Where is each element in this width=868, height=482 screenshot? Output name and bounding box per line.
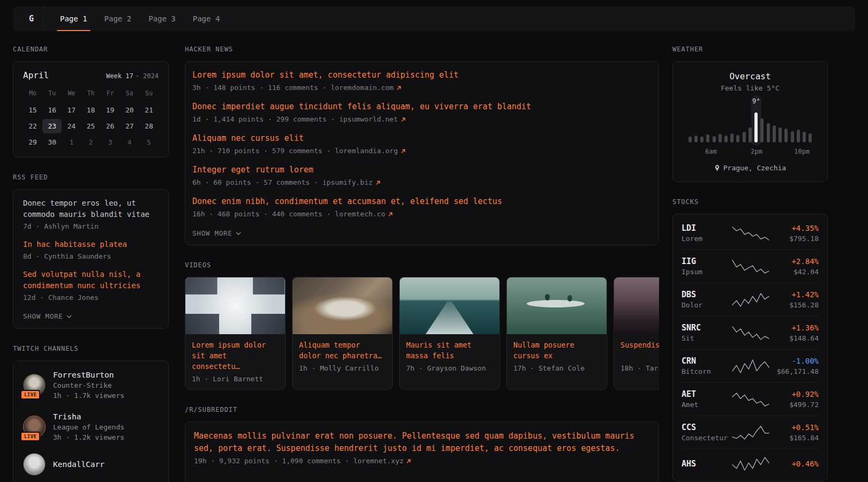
avatar: LIVE: [23, 374, 46, 396]
external-link-icon[interactable]: [388, 212, 393, 217]
stock-values: +0.92% $499.72: [773, 389, 819, 410]
twitch-channel-row[interactable]: LIVE ForrestBurton Counter-Strike 1h · 1…: [23, 370, 159, 401]
top-nav-bar: G Page 1 Page 2 Page 3 Page 4: [13, 6, 855, 31]
video-thumbnail[interactable]: [185, 277, 285, 334]
calendar-day[interactable]: 4: [120, 135, 139, 149]
rss-show-more-button[interactable]: SHOW MORE: [23, 312, 72, 320]
video-meta: 17h · Stefan Cole: [513, 364, 600, 372]
calendar-day[interactable]: 5: [139, 135, 159, 149]
video-card[interactable]: Nullam posuere cursus ex 17h · Stefan Co…: [506, 277, 607, 390]
calendar-day[interactable]: 21: [139, 103, 159, 117]
video-title[interactable]: Mauris sit amet massa felis: [406, 340, 493, 361]
stock-id: AET Amet: [682, 389, 729, 410]
stock-row[interactable]: CRN Bitcorn -1.00% $66,171.48: [680, 349, 820, 382]
hn-item-meta: 1d · 1,414 points · 299 comments · ipsum…: [192, 114, 650, 125]
hn-item-title[interactable]: Integer eget rutrum lorem: [192, 164, 650, 176]
tab-page-4[interactable]: Page 4: [191, 6, 222, 31]
calendar-day[interactable]: 26: [101, 119, 120, 133]
video-card[interactable]: Suspendisse diam 18h · Tara: [613, 277, 659, 390]
left-column: CALENDAR April Week 17· 2024 MoTuWeThFrS…: [13, 46, 169, 482]
calendar-day[interactable]: 16: [42, 103, 62, 117]
location-pin-icon: [714, 164, 720, 171]
calendar-day[interactable]: 30: [42, 135, 62, 149]
hn-item-title[interactable]: Lorem ipsum dolor sit amet, consectetur …: [192, 69, 650, 81]
calendar-day[interactable]: 22: [23, 119, 42, 133]
stocks-card: LDI Lorem +4.35% $795.18 IIG Ipsum: [672, 214, 828, 481]
live-badge: LIVE: [20, 390, 40, 400]
rss-item-title[interactable]: Donec tempor eros leo, ut commodo mauris…: [23, 198, 159, 220]
stock-row[interactable]: IIG Ipsum +2.84% $42.04: [680, 250, 820, 283]
stock-row[interactable]: CCS Consectetur +0.51% $165.84: [680, 416, 820, 449]
external-link-icon[interactable]: [376, 180, 380, 185]
app-logo[interactable]: G: [19, 6, 44, 31]
tab-page-3[interactable]: Page 3: [146, 6, 178, 31]
stock-name: Amet: [682, 400, 729, 410]
stock-row[interactable]: AET Amet +0.92% $499.72: [680, 382, 820, 416]
external-link-icon[interactable]: [406, 459, 411, 464]
subreddit-post-title[interactable]: Maecenas mollis pulvinar erat non posuer…: [194, 430, 650, 455]
external-link-icon[interactable]: [401, 149, 406, 154]
tab-page-2[interactable]: Page 2: [102, 6, 134, 31]
stock-row[interactable]: LDI Lorem +4.35% $795.18: [680, 217, 820, 250]
weather-widget: WEATHER Overcast Feels like 5°C 9° 6am2p…: [672, 46, 828, 182]
calendar-day[interactable]: 28: [139, 119, 159, 133]
twitch-channel-row[interactable]: LIVE Trisha League of Legends 3h · 1.2k …: [23, 411, 159, 442]
hn-item-title[interactable]: Donec imperdiet augue tincidunt felis al…: [192, 101, 650, 113]
video-meta: 1h · Lori Barnett: [192, 375, 279, 383]
video-thumbnail[interactable]: [614, 277, 659, 334]
calendar-day[interactable]: 15: [23, 103, 42, 117]
stock-id: DBS Dolor: [682, 289, 729, 310]
tab-page-1[interactable]: Page 1: [58, 6, 89, 31]
rss-item-title[interactable]: In hac habitasse platea: [23, 239, 159, 250]
calendar-day[interactable]: 27: [120, 119, 139, 133]
calendar-day[interactable]: 2: [81, 135, 100, 149]
weather-hour-bar: [759, 112, 765, 142]
calendar-day[interactable]: 24: [62, 119, 81, 133]
calendar-day[interactable]: 19: [101, 103, 120, 117]
calendar-dow-label: Su: [139, 88, 159, 99]
video-card[interactable]: Aliquam tempor dolor nec pharetra… 1h · …: [292, 277, 393, 390]
video-title[interactable]: Nullam posuere cursus ex: [513, 340, 600, 361]
calendar-day-selected[interactable]: 23: [42, 119, 62, 133]
rss-item-title[interactable]: Sed volutpat nulla nisl, a condimentum n…: [23, 269, 159, 291]
hn-item-title[interactable]: Aliquam nec cursus elit: [192, 132, 650, 145]
calendar-day[interactable]: 29: [23, 135, 42, 149]
stock-row[interactable]: SNRC Sit +1.36% $148.64: [680, 316, 820, 349]
hn-item-title[interactable]: Donec enim nibh, condimentum et accumsan…: [192, 195, 650, 208]
video-thumbnail[interactable]: [400, 277, 499, 334]
stock-ticker: LDI: [682, 223, 729, 234]
weather-hour-bar: [795, 112, 801, 142]
stock-values: +2.84% $42.04: [773, 256, 819, 277]
external-link-icon[interactable]: [396, 86, 401, 91]
video-title[interactable]: Suspendisse diam: [620, 340, 659, 361]
calendar-day[interactable]: 18: [81, 103, 100, 117]
weather-hour-bar: [711, 112, 717, 142]
stocks-widget: STOCKS LDI Lorem +4.35% $795.18 IIG: [672, 198, 828, 481]
video-card[interactable]: Lorem ipsum dolor sit amet consectetu… 1…: [185, 277, 286, 390]
hn-item-meta: 3h · 148 points · 116 comments · loremdo…: [192, 82, 650, 93]
stock-ticker: SNRC: [682, 322, 729, 333]
weather-time-label: 10pm: [794, 148, 810, 155]
video-title[interactable]: Aliquam tempor dolor nec pharetra…: [299, 340, 386, 361]
calendar-day[interactable]: 20: [120, 103, 139, 117]
stock-row[interactable]: AHS +0.46%: [680, 449, 820, 478]
external-link-icon[interactable]: [401, 117, 406, 122]
calendar-day[interactable]: 25: [81, 119, 100, 133]
hn-show-more-button[interactable]: SHOW MORE: [192, 229, 241, 237]
stock-sparkline: [731, 358, 770, 375]
channel-category: League of Legends: [53, 422, 124, 432]
video-thumbnail[interactable]: [507, 277, 607, 334]
calendar-day[interactable]: 1: [62, 135, 81, 149]
stock-id: CRN Bitcorn: [682, 356, 729, 376]
video-card[interactable]: Mauris sit amet massa felis 7h · Grayson…: [399, 277, 500, 390]
calendar-day[interactable]: 17: [62, 103, 81, 117]
weather-hour-bar: [783, 112, 789, 142]
stock-row[interactable]: DBS Dolor +1.42% $156.28: [680, 283, 820, 316]
video-title[interactable]: Lorem ipsum dolor sit amet consectetu…: [192, 340, 279, 372]
twitch-channel-row[interactable]: KendallCarr: [23, 453, 159, 476]
calendar-grid: MoTuWeThFrSaSu15161718192021222324252627…: [23, 88, 159, 149]
stock-change: +2.84%: [773, 256, 819, 267]
video-thumbnail[interactable]: [293, 277, 392, 334]
calendar-day[interactable]: 3: [101, 135, 120, 149]
weather-hour-bar: [741, 112, 747, 142]
